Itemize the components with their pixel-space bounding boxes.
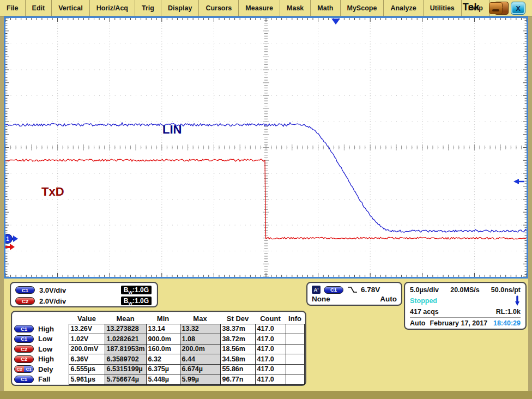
measurement-cell-info [286, 344, 304, 354]
measurement-row: C1Fall5.961µs5.756674µ5.448µ5.99µ96.77n4… [14, 374, 304, 385]
measurement-cell-min: 13.14 [146, 324, 180, 334]
measurement-cell-value: 5.961µs [69, 374, 105, 385]
menu-item-analyze[interactable]: Analyze [384, 0, 423, 16]
menu-item-trig[interactable]: Trig [135, 0, 161, 16]
menu-item-vertical[interactable]: Vertical [52, 0, 89, 16]
measurement-cell-max: 6.44 [180, 354, 220, 365]
measurement-cell-max: 13.32 [180, 324, 220, 334]
menu-item-horiz-acq[interactable]: Horiz/Acq [90, 0, 135, 16]
menu-item-math[interactable]: Math [311, 0, 340, 16]
measurement-cell-count: 417.0 [255, 374, 286, 385]
menu-item-utilities[interactable]: Utilities [424, 0, 462, 16]
c1-trace-label: LIN [162, 123, 182, 136]
menu-item-measure[interactable]: Measure [239, 0, 280, 16]
measurement-cell-info [286, 334, 304, 344]
measurement-header: Min [146, 313, 180, 324]
close-button[interactable]: X [511, 2, 525, 14]
bandwidth-badge: BW:1.0G [121, 286, 152, 294]
svg-text:1: 1 [6, 236, 9, 242]
channel-badge[interactable]: C1 [14, 335, 34, 343]
measurement-cell-stdev: 34.58m [220, 354, 255, 365]
measurement-header: Info [286, 313, 304, 324]
c1-trace [5, 123, 527, 232]
time-label: 18:40:29 [493, 319, 521, 327]
right-border [528, 16, 532, 399]
channel-badge[interactable]: C1 [15, 286, 35, 294]
channel-settings-panel: C13.0V/divBW:1.0GC22.0V/divBW:1.0G [10, 282, 158, 307]
trigger-sweep[interactable]: Auto [380, 295, 397, 305]
trigger-mode[interactable]: None [312, 295, 330, 305]
measurement-cell-min: 6.375µ [146, 364, 180, 374]
oscilloscope-app: FileEditVerticalHoriz/AcqTrigDisplayCurs… [0, 0, 532, 399]
bottom-border [0, 391, 532, 399]
measurement-cell-stdev: 38.37m [220, 324, 255, 334]
ch1-ground-marker[interactable]: 1 [5, 234, 18, 244]
channel-badge[interactable]: C2 [15, 297, 35, 305]
measurement-cell-mean: 5.756674µ [105, 374, 146, 385]
measurement-name: Low [38, 335, 52, 343]
date-label: February 17, 2017 [430, 319, 487, 327]
channel-badge[interactable]: C2 [14, 345, 34, 353]
measurement-header: Max [180, 313, 220, 324]
measurement-cell-value: 6.36V [69, 354, 105, 365]
timebase-scale[interactable]: 5.0µs/div [410, 286, 439, 294]
trigger-a-badge: A' [312, 286, 321, 294]
measurement-cell-max: 200.0m [180, 344, 220, 354]
waveform-display: LINTxD 1 [5, 18, 527, 277]
trigger-level-value[interactable]: 6.78V [361, 286, 380, 294]
menu-item-edit[interactable]: Edit [26, 0, 52, 16]
menu-item-display[interactable]: Display [161, 0, 199, 16]
menubar: FileEditVerticalHoriz/AcqTrigDisplayCurs… [0, 0, 532, 16]
c2-trace-label: TxD [41, 185, 64, 198]
channel-badge[interactable]: C1 [14, 376, 34, 383]
minimize-icon [492, 9, 499, 11]
menu-item-cursors[interactable]: Cursors [199, 0, 239, 16]
measurement-cell-stdev: 38.72m [220, 334, 255, 344]
measurement-cell-min: 6.32 [146, 354, 180, 365]
trigger-position-marker[interactable] [331, 19, 340, 25]
measurement-cell-min: 900.0m [146, 334, 180, 344]
trigger-position-pin-icon [514, 295, 521, 306]
measurement-cell-max: 5.99µ [180, 374, 220, 385]
measurement-cell-mean: 6.5315199µ [105, 364, 146, 374]
measurement-name: Dely [38, 365, 53, 373]
measurement-cell-mean: 6.3589702 [105, 354, 146, 365]
measurement-cell-info [286, 374, 304, 385]
channel-row: C22.0V/divBW:1.0G [15, 295, 152, 306]
menu-item-mask[interactable]: Mask [280, 0, 311, 16]
measurement-header: Value [69, 313, 105, 324]
bandwidth-badge: BW:1.0G [121, 297, 152, 305]
measurement-cell-value: 6.555µs [69, 364, 105, 374]
measurement-cell-value: 200.0mV [69, 344, 105, 354]
channel-badge[interactable]: C2C1 [14, 365, 34, 373]
measurement-cell-info [286, 364, 304, 374]
measurement-cell-count: 417.0 [255, 334, 286, 344]
measurement-row: C2C1Dely6.555µs6.5315199µ6.375µ6.674µ55.… [14, 364, 304, 374]
measurement-cell-value: 13.26V [69, 324, 105, 334]
ch2-ground-marker[interactable] [5, 244, 15, 250]
measurement-name: High [38, 325, 54, 333]
acquisition-status: Stopped [410, 297, 437, 305]
trigger-panel: A' C1 6.78V None Auto [306, 282, 402, 306]
menu-item-myscope[interactable]: MyScope [341, 0, 384, 16]
minimize-button[interactable] [489, 2, 503, 14]
channel-scale[interactable]: 2.0V/div [39, 297, 117, 305]
waveform-graticule[interactable]: LINTxD 1 [5, 18, 527, 277]
measurement-cell-mean: 1.0282621 [105, 334, 146, 344]
channel-badge[interactable]: C2 [14, 355, 34, 363]
menu-item-file[interactable]: File [0, 0, 26, 16]
measurement-row: C2High6.36V6.35897026.326.4434.58m417.0 [14, 354, 304, 365]
measurement-cell-count: 417.0 [255, 324, 286, 334]
measurement-row: C1High13.26V13.27382813.1413.3238.37m417… [14, 324, 304, 334]
channel-badge[interactable]: C1 [14, 325, 34, 332]
channel-scale[interactable]: 3.0V/div [39, 286, 117, 294]
measurement-cell-mean: 13.273828 [105, 324, 146, 334]
measurement-cell-mean: 187.81953m [105, 344, 146, 354]
measurement-header: Count [255, 313, 286, 324]
acquisition-count: 417 acqs [410, 308, 439, 316]
trigger-level-marker[interactable] [513, 179, 524, 184]
tek-logo: Tek [463, 2, 480, 13]
trigger-source-badge[interactable]: C1 [324, 286, 343, 294]
measurement-cell-max: 6.674µ [180, 364, 220, 374]
measurement-cell-stdev: 18.56m [220, 344, 255, 354]
